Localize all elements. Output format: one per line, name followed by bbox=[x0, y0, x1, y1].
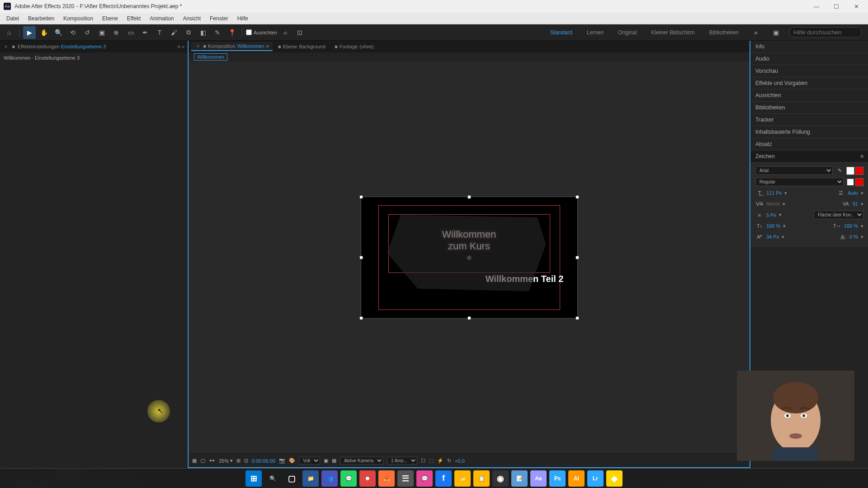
tracking[interactable]: 91 bbox=[853, 201, 858, 206]
snap-tool-2[interactable]: ⊡ bbox=[293, 26, 306, 39]
panel-inhaltsbasierte-füllung[interactable]: Inhaltsbasierte Füllung bbox=[751, 126, 868, 138]
pen-tool[interactable]: ✒ bbox=[139, 26, 151, 39]
panel-menu-icon[interactable]: ≡ bbox=[860, 153, 863, 160]
menu-datei[interactable]: Datei bbox=[3, 14, 23, 23]
taskbar-ps[interactable]: Ps bbox=[549, 470, 566, 487]
panel-menu[interactable]: ≡ » bbox=[177, 44, 184, 49]
eraser-tool[interactable]: ◧ bbox=[197, 26, 209, 39]
panel-ausrichten[interactable]: Ausrichten bbox=[751, 89, 868, 102]
vscale[interactable]: 100 % bbox=[766, 223, 780, 229]
taskbar-explorer[interactable]: 📁 bbox=[302, 470, 319, 487]
panel-absatz[interactable]: Absatz bbox=[751, 138, 868, 150]
timeline-sync[interactable]: ↻ bbox=[447, 458, 451, 464]
workspace-standard[interactable]: Standard bbox=[547, 28, 576, 38]
stroke-width[interactable]: 5 Px bbox=[766, 212, 776, 218]
panel-tracker[interactable]: Tracker bbox=[751, 114, 868, 126]
shape-tool[interactable]: ▭ bbox=[124, 26, 137, 39]
clone-tool[interactable]: ⧉ bbox=[182, 26, 195, 39]
panel-audio[interactable]: Audio bbox=[751, 53, 868, 65]
effect-tab[interactable]: Effekteinstellungen Einstellungsebene 3 bbox=[18, 44, 106, 49]
eyedropper-icon[interactable]: ✎ bbox=[835, 167, 844, 175]
workspace-libs[interactable]: Bibliotheken bbox=[706, 28, 742, 38]
workspace-small[interactable]: Kleiner Bildschirm bbox=[648, 28, 698, 38]
exposure[interactable]: +0,0 bbox=[455, 458, 465, 464]
time-display[interactable]: 0:00:06:00 bbox=[252, 458, 275, 464]
mask-toggle[interactable]: 👓 bbox=[209, 458, 215, 464]
grid-toggle[interactable]: ⊡ bbox=[244, 458, 248, 464]
menu-hilfe[interactable]: Hilfe bbox=[234, 14, 252, 23]
menu-ansicht[interactable]: Ansicht bbox=[179, 14, 204, 23]
help-search[interactable] bbox=[789, 27, 862, 38]
taskbar-whatsapp[interactable]: 💬 bbox=[340, 470, 357, 487]
3d-toggle[interactable]: ☐ bbox=[421, 458, 425, 464]
swap-color[interactable] bbox=[846, 178, 854, 186]
taskbar-notes[interactable]: 📝 bbox=[511, 470, 528, 487]
workspace-more[interactable]: » bbox=[750, 26, 762, 39]
composition-viewport[interactable]: Willkommen zum Kurs Willkommen Teil 2 ⊕ bbox=[189, 61, 750, 454]
workspace-learn[interactable]: Lernen bbox=[583, 28, 607, 38]
menu-animation[interactable]: Animation bbox=[146, 14, 177, 23]
taskbar-ai[interactable]: Ai bbox=[568, 470, 585, 487]
text-tool[interactable]: T bbox=[153, 26, 166, 39]
puppet-tool[interactable]: 📍 bbox=[226, 26, 238, 39]
hscale[interactable]: 100 % bbox=[844, 223, 858, 229]
rotate-tool[interactable]: ↺ bbox=[81, 26, 94, 39]
camera-dropdown[interactable]: Aktive Kamera bbox=[340, 457, 383, 465]
panel-bibliotheken[interactable]: Bibliotheken bbox=[751, 102, 868, 114]
menu-bearbeiten[interactable]: Bearbeiten bbox=[24, 14, 58, 23]
panel-info[interactable]: Info bbox=[751, 41, 868, 53]
close-button[interactable]: ✕ bbox=[852, 3, 861, 10]
baseline-shift[interactable]: 34 Px bbox=[766, 234, 779, 239]
orbit-tool[interactable]: ⟲ bbox=[66, 26, 79, 39]
maximize-button[interactable]: ☐ bbox=[832, 3, 841, 10]
menu-komposition[interactable]: Komposition bbox=[60, 14, 97, 23]
comp-breadcrumb-link[interactable]: Willkommen bbox=[194, 53, 227, 61]
minimize-button[interactable]: — bbox=[812, 3, 821, 10]
workspace-original[interactable]: Original bbox=[614, 28, 640, 38]
taskbar-ae[interactable]: Ae bbox=[530, 470, 547, 487]
font-size[interactable]: 111 Px bbox=[766, 190, 782, 196]
taskbar-app2[interactable]: ☰ bbox=[397, 470, 414, 487]
zoom-tool[interactable]: 🔍 bbox=[52, 26, 65, 39]
camera-tool[interactable]: ▣ bbox=[95, 26, 108, 39]
comp-tab-0[interactable]: × ■ Komposition Willkommen ≡ bbox=[191, 42, 273, 51]
roto-tool[interactable]: ✎ bbox=[211, 26, 224, 39]
roi-toggle[interactable]: ▣ bbox=[324, 458, 328, 464]
snapshot-button[interactable]: 📷 bbox=[279, 458, 285, 464]
color-mgmt[interactable]: 🎨 bbox=[289, 458, 295, 464]
align-checkbox[interactable]: Ausrichten bbox=[246, 29, 277, 35]
taskbar-teams[interactable]: 👥 bbox=[321, 470, 338, 487]
font-style-dropdown[interactable]: Regular bbox=[755, 178, 844, 186]
panel-close[interactable]: × bbox=[3, 44, 9, 49]
fast-preview[interactable]: ⚡ bbox=[437, 458, 443, 464]
comp-tab-2[interactable]: ■ Footage (ohne) bbox=[331, 42, 377, 51]
menu-ebene[interactable]: Ebene bbox=[99, 14, 122, 23]
tsume[interactable]: 0 % bbox=[849, 234, 858, 239]
taskbar-facebook[interactable]: f bbox=[435, 470, 452, 487]
channel-toggle[interactable]: 🖵 bbox=[200, 458, 205, 464]
leading[interactable]: Auto bbox=[848, 190, 858, 196]
hand-tool[interactable]: ✋ bbox=[38, 26, 50, 39]
stroke-option-dropdown[interactable]: Fläche über Kon... bbox=[814, 211, 863, 219]
taskbar-app1[interactable]: ● bbox=[359, 470, 376, 487]
taskbar-start[interactable]: ⊞ bbox=[245, 470, 262, 487]
taskbar-obs[interactable]: ◉ bbox=[492, 470, 509, 487]
taskbar-app3[interactable]: 📋 bbox=[473, 470, 490, 487]
menu-effekt[interactable]: Effekt bbox=[123, 14, 144, 23]
views-dropdown[interactable]: 1 Ansi... bbox=[387, 457, 417, 465]
draft3d-toggle[interactable]: ⬚ bbox=[429, 458, 434, 464]
selection-tool[interactable]: ▶ bbox=[23, 26, 36, 39]
taskbar-search[interactable]: 🔍 bbox=[264, 470, 281, 487]
anchor-tool[interactable]: ⊕ bbox=[110, 26, 123, 39]
fill-color[interactable] bbox=[846, 167, 854, 175]
snap-tool[interactable]: ⟐ bbox=[279, 26, 292, 39]
font-family-dropdown[interactable]: Arial bbox=[755, 166, 833, 175]
taskbar-app4[interactable]: ◆ bbox=[606, 470, 623, 487]
taskbar-firefox[interactable]: 🦊 bbox=[378, 470, 395, 487]
panel-toggle[interactable]: ▣ bbox=[769, 26, 782, 39]
panel-effekte-und-vorgaben[interactable]: Effekte und Vorgaben bbox=[751, 77, 868, 89]
stroke-color-2[interactable] bbox=[855, 178, 863, 186]
taskbar-taskview[interactable]: ▢ bbox=[283, 470, 300, 487]
taskbar-files[interactable]: 📂 bbox=[454, 470, 471, 487]
stroke-color[interactable] bbox=[855, 167, 863, 175]
